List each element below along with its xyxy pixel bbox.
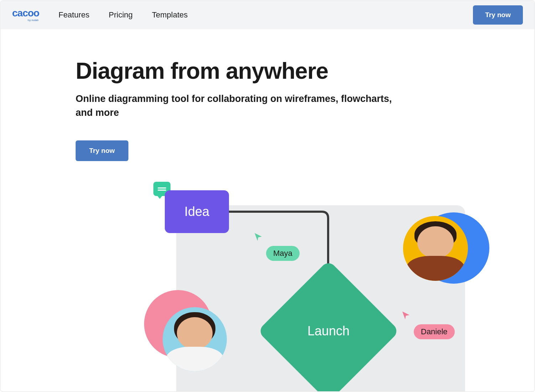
nav-pricing[interactable]: Pricing xyxy=(109,10,133,20)
cursor-icon xyxy=(401,310,411,320)
person-illustration xyxy=(406,219,465,281)
collaborator-label-maya: Maya xyxy=(266,246,300,261)
hero-try-now-button[interactable]: Try now xyxy=(76,140,128,161)
avatar xyxy=(403,216,468,281)
collaborator-cursor-maya: Maya xyxy=(253,232,300,261)
nav-templates[interactable]: Templates xyxy=(152,10,188,20)
brand-byline: by nulab xyxy=(28,19,39,22)
avatar xyxy=(163,307,227,371)
app-header: cacoo by nulab Features Pricing Template… xyxy=(1,1,534,29)
main-nav: Features Pricing Templates xyxy=(58,10,188,20)
diagram-node-idea: Idea xyxy=(165,190,229,233)
hero-section: Diagram from anywhere Online diagramming… xyxy=(1,29,534,392)
collaborator-label-daniele: Daniele xyxy=(414,324,455,339)
brand-logo[interactable]: cacoo by nulab xyxy=(12,8,39,22)
hero-title: Diagram from anywhere xyxy=(76,58,534,84)
brand-name: cacoo xyxy=(12,8,39,18)
collaborator-cursor-daniele: Daniele xyxy=(401,310,455,339)
header-try-now-button[interactable]: Try now xyxy=(473,5,523,25)
cursor-icon xyxy=(253,232,263,242)
diagram-node-idea-label: Idea xyxy=(184,204,209,219)
hero-subtitle: Online diagramming tool for collaboratin… xyxy=(76,92,397,120)
diagram-node-launch-label: Launch xyxy=(307,324,350,339)
nav-features[interactable]: Features xyxy=(58,10,90,20)
hero-illustration: Idea Maya Launch xyxy=(76,185,534,392)
person-illustration xyxy=(166,310,224,371)
header-left: cacoo by nulab Features Pricing Template… xyxy=(12,8,188,22)
